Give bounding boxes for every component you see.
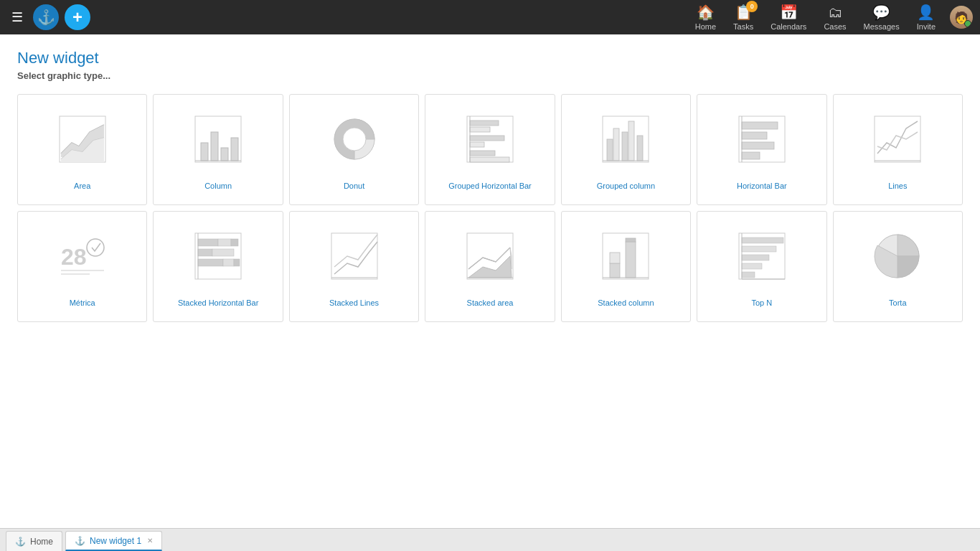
nav-invite-label: Invite xyxy=(917,22,936,31)
svg-rect-62 xyxy=(742,246,776,252)
cases-icon: 🗂 xyxy=(828,4,842,21)
nav-cases[interactable]: 🗂 Cases xyxy=(816,1,853,34)
svg-rect-48 xyxy=(331,233,377,279)
tab-home[interactable]: ⚓ Home xyxy=(6,531,62,551)
horizontal-bar-label: Horizontal Bar xyxy=(737,181,787,191)
chart-type-metrica[interactable]: 28 Métrica xyxy=(17,211,147,322)
svg-rect-40 xyxy=(218,239,231,246)
chart-type-stacked-lines[interactable]: Stacked Lines xyxy=(289,211,419,322)
svg-rect-64 xyxy=(742,263,762,269)
page-title: New widget xyxy=(17,49,963,67)
chart-type-column[interactable]: Column xyxy=(153,94,283,205)
svg-rect-41 xyxy=(231,239,238,246)
svg-point-35 xyxy=(87,239,104,256)
tab-new-widget-icon: ⚓ xyxy=(75,536,85,546)
nav-cases-label: Cases xyxy=(824,22,846,31)
grouped-column-label: Grouped column xyxy=(597,181,655,191)
topbar: ☰ ⚓ + 🏠 Home 0 📋 Tasks 📅 Calendars 🗂 Cas… xyxy=(0,0,980,34)
svg-rect-56 xyxy=(610,253,620,263)
svg-rect-21 xyxy=(613,128,619,161)
svg-rect-12 xyxy=(470,121,499,126)
nav-messages[interactable]: 💬 Messages xyxy=(857,1,907,34)
svg-rect-7 xyxy=(231,138,238,161)
stacked-horizontal-bar-label: Stacked Horizontal Bar xyxy=(178,298,259,308)
chart-type-torta[interactable]: Torta xyxy=(833,211,963,322)
horizontal-bar-preview xyxy=(730,103,794,175)
tasks-badge: 0 xyxy=(746,1,758,12)
chart-type-top-n[interactable]: Top N xyxy=(697,211,826,322)
svg-rect-46 xyxy=(234,259,240,266)
nav-home-label: Home xyxy=(695,22,716,31)
svg-rect-30 xyxy=(742,152,760,159)
svg-rect-39 xyxy=(198,239,218,246)
stacked-area-preview xyxy=(458,220,522,292)
chart-type-stacked-horizontal-bar[interactable]: Stacked Horizontal Bar xyxy=(153,211,283,322)
stacked-lines-label: Stacked Lines xyxy=(329,298,379,308)
lines-label: Lines xyxy=(888,181,907,191)
stacked-column-label: Stacked column xyxy=(598,298,654,308)
torta-label: Torta xyxy=(889,298,906,308)
svg-rect-6 xyxy=(221,148,228,161)
chart-type-donut[interactable]: Donut xyxy=(289,94,419,205)
svg-rect-24 xyxy=(637,136,643,161)
messages-icon: 💬 xyxy=(872,4,890,21)
grouped-horizontal-bar-label: Grouped Horizontal Bar xyxy=(448,181,532,191)
svg-rect-45 xyxy=(223,259,234,266)
top-nav: 🏠 Home 0 📋 Tasks 📅 Calendars 🗂 Cases 💬 M… xyxy=(688,1,973,34)
user-avatar[interactable]: 🧑 xyxy=(950,6,973,29)
donut-preview xyxy=(322,103,387,175)
svg-marker-51 xyxy=(468,256,512,278)
chart-type-stacked-area[interactable]: Stacked area xyxy=(425,211,555,322)
nav-invite[interactable]: 👤 Invite xyxy=(910,1,943,34)
tab-new-widget[interactable]: ⚓ New widget 1 ✕ xyxy=(65,531,162,551)
svg-rect-29 xyxy=(742,142,774,149)
grouped-column-preview xyxy=(593,103,658,175)
svg-text:28: 28 xyxy=(61,244,87,270)
svg-rect-55 xyxy=(610,263,620,278)
svg-rect-43 xyxy=(212,249,234,256)
metrica-preview: 28 xyxy=(50,220,115,292)
svg-rect-17 xyxy=(470,157,509,162)
nav-calendars[interactable]: 📅 Calendars xyxy=(763,1,814,34)
area-label: Area xyxy=(74,181,90,191)
svg-rect-28 xyxy=(742,132,767,139)
nav-home[interactable]: 🏠 Home xyxy=(688,1,723,34)
menu-icon[interactable]: ☰ xyxy=(7,5,27,29)
column-label: Column xyxy=(204,181,232,191)
nav-messages-label: Messages xyxy=(864,22,900,31)
page-subtitle: Select graphic type... xyxy=(17,70,963,81)
add-widget-button[interactable]: + xyxy=(65,4,90,30)
chart-type-grouped-column[interactable]: Grouped column xyxy=(561,94,691,205)
lines-preview xyxy=(865,103,930,175)
stacked-horizontal-bar-preview xyxy=(186,220,250,292)
nav-tasks[interactable]: 0 📋 Tasks xyxy=(726,1,760,34)
svg-rect-42 xyxy=(198,249,212,256)
svg-rect-14 xyxy=(470,136,504,141)
svg-rect-15 xyxy=(470,142,484,147)
chart-type-stacked-column[interactable]: Stacked column xyxy=(561,211,691,322)
stacked-column-preview xyxy=(593,220,658,292)
tab-close-button[interactable]: ✕ xyxy=(147,537,153,545)
chart-type-area[interactable]: Area xyxy=(17,94,147,205)
logo: ⚓ xyxy=(33,4,59,30)
top-n-preview xyxy=(730,220,794,292)
tab-new-widget-label: New widget 1 xyxy=(90,536,141,546)
torta-preview xyxy=(865,220,930,292)
home-icon: 🏠 xyxy=(697,4,715,21)
svg-rect-22 xyxy=(622,132,628,161)
svg-rect-13 xyxy=(470,127,490,132)
grouped-horizontal-bar-preview xyxy=(458,103,522,175)
tab-home-label: Home xyxy=(30,537,53,547)
svg-rect-63 xyxy=(742,255,769,260)
chart-type-horizontal-bar[interactable]: Horizontal Bar xyxy=(697,94,826,205)
metrica-label: Métrica xyxy=(70,298,95,308)
svg-rect-4 xyxy=(201,143,208,161)
svg-rect-32 xyxy=(875,116,920,162)
chart-type-grouped-horizontal-bar[interactable]: Grouped Horizontal Bar xyxy=(425,94,555,205)
svg-rect-5 xyxy=(211,132,218,161)
chart-type-lines[interactable]: Lines xyxy=(833,94,963,205)
nav-calendars-label: Calendars xyxy=(771,22,806,31)
svg-rect-65 xyxy=(742,272,755,278)
top-n-label: Top N xyxy=(751,298,772,308)
avatar-image: 🧑 xyxy=(950,6,973,29)
